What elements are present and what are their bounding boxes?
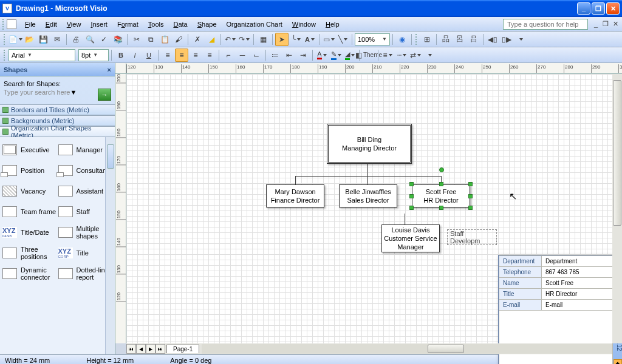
menu-insert[interactable]: Insert: [86, 19, 112, 30]
shape-master[interactable]: Position: [2, 161, 57, 180]
spelling-button[interactable]: ✓: [97, 33, 111, 46]
shape-data-value[interactable]: 867 463 785: [542, 267, 613, 278]
layout-horiz-button[interactable]: 品: [439, 33, 453, 46]
delete-button[interactable]: ✗: [191, 33, 204, 46]
document-icon[interactable]: [7, 19, 16, 29]
orgchart-position-box[interactable]: Louise Davis Customer Service Manager: [381, 224, 440, 252]
shapes-scrollbar[interactable]: [105, 137, 115, 354]
shape-master[interactable]: XYZ04/98Title/Date: [2, 223, 57, 241]
align-right-button[interactable]: ≡: [189, 49, 202, 62]
shape-master[interactable]: Executive: [2, 141, 57, 159]
theme-button[interactable]: ◧Theme: [362, 49, 375, 62]
undo-button[interactable]: ↶: [224, 33, 237, 46]
move-right-button[interactable]: ▯▶: [500, 33, 513, 46]
menu-window[interactable]: Window: [287, 19, 321, 30]
print-preview-button[interactable]: 🔍: [83, 33, 97, 46]
line-pattern-button[interactable]: ┄: [395, 49, 408, 62]
research-button[interactable]: 📚: [111, 33, 125, 46]
increase-indent-button[interactable]: ⇥: [296, 49, 310, 62]
toolbar-handle[interactable]: [4, 34, 7, 45]
stencil-borders[interactable]: Borders and Titles (Metric): [0, 104, 115, 115]
shape-master[interactable]: Manager: [58, 141, 113, 159]
font-name-combo[interactable]: Arial▼: [9, 49, 75, 61]
font-color-button[interactable]: A: [315, 49, 329, 62]
page-next-button[interactable]: ▶: [146, 344, 156, 354]
menu-edit[interactable]: Edit: [41, 19, 62, 30]
shape-master[interactable]: Dotted-line report: [58, 265, 113, 283]
menu-tools[interactable]: Tools: [143, 19, 169, 30]
cut-button[interactable]: ✂: [130, 33, 143, 46]
orgchart-executive-box[interactable]: Bill Ding Managing Director: [327, 124, 412, 164]
shape-master[interactable]: XYZCORPTitle: [58, 244, 113, 262]
orgchart-manager-box[interactable]: Mary Dawson Finance Director: [266, 184, 324, 207]
relayout-button[interactable]: ⊞: [420, 33, 434, 46]
orgchart-manager-box[interactable]: Belle Jinwaffles Sales Director: [339, 184, 397, 207]
open-button[interactable]: 📂: [22, 33, 36, 46]
toolbar-handle[interactable]: [4, 50, 7, 61]
canvas-horizontal-scrollbar[interactable]: [202, 344, 612, 354]
toolbar-handle[interactable]: [2, 19, 5, 30]
shape-master[interactable]: Consultant: [58, 161, 113, 180]
rectangle-tool-button[interactable]: ▭: [322, 33, 335, 46]
line-ends-button[interactable]: ⇄: [409, 49, 422, 62]
page-tab[interactable]: Page-1: [166, 345, 199, 353]
toolbar-handle[interactable]: [415, 34, 419, 45]
text-tool-button[interactable]: A: [303, 33, 316, 46]
doc-close-button[interactable]: ✕: [611, 20, 620, 29]
menu-orgchart[interactable]: Organization Chart: [222, 19, 287, 30]
canvas-vertical-scrollbar[interactable]: [612, 74, 622, 343]
shape-master[interactable]: Team frame: [2, 203, 57, 221]
print-button[interactable]: 🖨: [69, 33, 83, 46]
save-button[interactable]: 💾: [36, 33, 50, 46]
doc-minimize-button[interactable]: _: [592, 20, 600, 29]
shape-data-value[interactable]: HR Director: [542, 289, 613, 300]
copy-button[interactable]: ⧉: [144, 33, 157, 46]
shape-master[interactable]: Three positions: [2, 244, 57, 262]
shape-data-value[interactable]: E-mail: [542, 300, 613, 311]
shape-master[interactable]: Staff: [58, 203, 113, 221]
shape-master[interactable]: Multiple shapes: [58, 223, 113, 241]
line-weight-button[interactable]: ≡: [381, 49, 394, 62]
search-go-button[interactable]: →: [98, 89, 111, 101]
help-button[interactable]: ◉: [395, 33, 409, 46]
underline-button[interactable]: U: [142, 49, 156, 62]
bold-button[interactable]: B: [114, 49, 128, 62]
pointer-tool-button[interactable]: ➤: [275, 33, 289, 46]
close-button[interactable]: ✕: [606, 2, 620, 15]
paste-button[interactable]: 📋: [158, 33, 171, 46]
decrease-indent-button[interactable]: ⇤: [282, 49, 296, 62]
shapes-panel-close-button[interactable]: ×: [108, 66, 111, 73]
menu-format[interactable]: Format: [112, 19, 143, 30]
shapes-window-button[interactable]: ▦: [256, 33, 270, 46]
page-first-button[interactable]: ⏮: [126, 344, 136, 354]
shape-search-input[interactable]: Type your search here▼: [4, 89, 95, 101]
redo-button[interactable]: ↷: [238, 33, 251, 46]
fill-color-button[interactable]: ◢: [343, 49, 357, 62]
shape-data-value[interactable]: Department: [542, 256, 613, 267]
move-left-button[interactable]: ◀▯: [486, 33, 499, 46]
layout-vert-button[interactable]: 呂: [453, 33, 466, 46]
line-color-button[interactable]: ✎: [329, 49, 343, 62]
help-search-input[interactable]: [503, 19, 588, 30]
page-prev-button[interactable]: ◀: [136, 344, 146, 354]
shape-data-value[interactable]: Scott Free: [542, 278, 613, 289]
orgchart-dotted-box[interactable]: Staff Developm: [447, 229, 497, 245]
menu-data[interactable]: Data: [168, 19, 192, 30]
connector-tool-button[interactable]: ╰: [289, 33, 302, 46]
rotation-handle[interactable]: [439, 167, 444, 172]
minimize-button[interactable]: _: [577, 2, 590, 15]
align-bottom-button[interactable]: ⌙: [250, 49, 263, 62]
layout-side-button[interactable]: 吕: [467, 33, 480, 46]
stencil-orgchart[interactable]: Organization Chart Shapes (Metric): [0, 126, 115, 137]
menu-shape[interactable]: Shape: [193, 19, 222, 30]
maximize-button[interactable]: ❐: [592, 2, 605, 15]
menu-file[interactable]: File: [20, 19, 41, 30]
shape-master[interactable]: Vacancy: [2, 182, 57, 200]
toolbar-overflow[interactable]: [423, 49, 436, 62]
italic-button[interactable]: I: [128, 49, 142, 62]
align-justify-button[interactable]: ≡: [203, 49, 216, 62]
new-button[interactable]: 📄: [9, 33, 22, 46]
highlight-button[interactable]: ◢: [205, 33, 218, 46]
shape-master[interactable]: Dynamic connector: [2, 265, 57, 283]
font-size-combo[interactable]: 8pt▼: [78, 49, 109, 61]
